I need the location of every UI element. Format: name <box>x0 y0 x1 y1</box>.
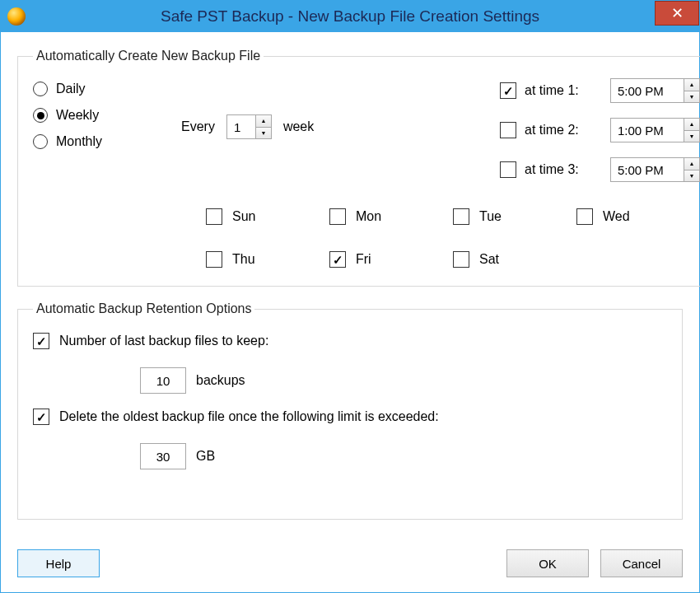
spin-up-icon[interactable]: ▲ <box>684 158 699 170</box>
titlebar: Safe PST Backup - New Backup File Creati… <box>1 1 699 32</box>
radio-icon <box>33 134 48 149</box>
time-2-spinner[interactable]: ▲▼ <box>610 118 700 142</box>
keep-count-label: Number of last backup files to keep: <box>59 334 268 348</box>
group-create-backup: Automatically Create New Backup File Dai… <box>17 49 700 287</box>
time-row-1: at time 1: ▲▼ <box>500 78 700 103</box>
weekday-grid: Sun Mon Tue Wed Thu Fri Sat <box>206 208 700 268</box>
dialog-footer: Help OK Cancel <box>1 543 699 592</box>
day-sun-label: Sun <box>232 209 255 224</box>
checkbox-tue[interactable] <box>453 208 469 225</box>
every-label: Every <box>181 119 215 134</box>
radio-weekly[interactable]: Weekly <box>33 108 181 123</box>
checkbox-sun[interactable] <box>206 208 222 225</box>
time-2-label: at time 2: <box>525 123 579 138</box>
time-1-label: at time 1: <box>525 83 579 98</box>
day-sat-label: Sat <box>479 252 499 267</box>
time-1-spinner[interactable]: ▲▼ <box>610 78 700 103</box>
day-thu-label: Thu <box>232 252 255 267</box>
day-fri-label: Fri <box>356 252 371 267</box>
radio-daily-label: Daily <box>56 82 86 96</box>
spin-up-icon[interactable]: ▲ <box>684 79 699 91</box>
checkbox-time-1[interactable] <box>500 82 516 99</box>
radio-monthly-label: Monthly <box>56 134 102 149</box>
spin-up-icon[interactable]: ▲ <box>684 119 699 131</box>
close-button[interactable]: ✕ <box>655 1 699 26</box>
time-row-2: at time 2: ▲▼ <box>500 118 700 142</box>
frequency-radios: Daily Weekly Monthly <box>33 75 181 149</box>
keep-count-unit: backups <box>196 373 245 388</box>
every-unit: week <box>283 119 314 134</box>
app-icon <box>7 7 26 26</box>
group-retention-legend: Automatic Backup Retention Options <box>33 301 254 316</box>
radio-daily[interactable]: Daily <box>33 82 181 96</box>
radio-weekly-label: Weekly <box>56 108 99 123</box>
checkbox-time-3[interactable] <box>500 161 516 178</box>
ok-button[interactable]: OK <box>506 549 589 577</box>
radio-icon <box>33 82 48 96</box>
every-input[interactable] <box>227 115 255 138</box>
close-icon: ✕ <box>671 4 684 22</box>
keep-count-input[interactable] <box>140 367 186 394</box>
day-mon-label: Mon <box>356 209 381 224</box>
time-1-input[interactable] <box>611 79 684 102</box>
time-2-input[interactable] <box>611 119 684 142</box>
every-interval: Every ▲ ▼ week <box>181 75 314 139</box>
radio-monthly[interactable]: Monthly <box>33 134 181 149</box>
day-tue-label: Tue <box>479 209 502 224</box>
spin-down-icon[interactable]: ▼ <box>684 91 699 103</box>
group-retention: Automatic Backup Retention Options Numbe… <box>17 301 683 520</box>
dialog-content: Automatically Create New Backup File Dai… <box>1 32 699 543</box>
spin-up-icon[interactable]: ▲ <box>256 115 271 128</box>
delete-limit-label: Delete the oldest backup file once the f… <box>59 409 439 424</box>
day-wed-label: Wed <box>603 209 630 224</box>
checkbox-sat[interactable] <box>453 251 469 268</box>
cancel-button[interactable]: Cancel <box>600 549 683 577</box>
time-column: at time 1: ▲▼ at time 2: <box>500 75 700 182</box>
dialog-window: Safe PST Backup - New Backup File Creati… <box>0 0 700 593</box>
checkbox-time-2[interactable] <box>500 122 516 138</box>
spin-down-icon[interactable]: ▼ <box>256 128 271 139</box>
checkbox-thu[interactable] <box>206 251 222 268</box>
checkbox-keep-count[interactable] <box>33 333 49 349</box>
delete-limit-input[interactable] <box>140 443 186 469</box>
spin-down-icon[interactable]: ▼ <box>684 131 699 142</box>
delete-limit-unit: GB <box>196 449 215 464</box>
every-spinner[interactable]: ▲ ▼ <box>226 114 272 139</box>
checkbox-fri[interactable] <box>329 251 346 268</box>
time-3-label: at time 3: <box>525 162 579 177</box>
checkbox-delete-limit[interactable] <box>33 409 49 425</box>
window-title: Safe PST Backup - New Backup File Creati… <box>1 7 699 26</box>
group-create-backup-legend: Automatically Create New Backup File <box>33 49 264 63</box>
help-button[interactable]: Help <box>17 549 100 577</box>
spin-down-icon[interactable]: ▼ <box>684 170 699 182</box>
time-3-input[interactable] <box>611 158 684 181</box>
radio-icon <box>33 108 48 123</box>
time-row-3: at time 3: ▲▼ <box>500 157 700 182</box>
checkbox-mon[interactable] <box>329 208 346 225</box>
checkbox-wed[interactable] <box>576 208 593 225</box>
time-3-spinner[interactable]: ▲▼ <box>610 157 700 182</box>
